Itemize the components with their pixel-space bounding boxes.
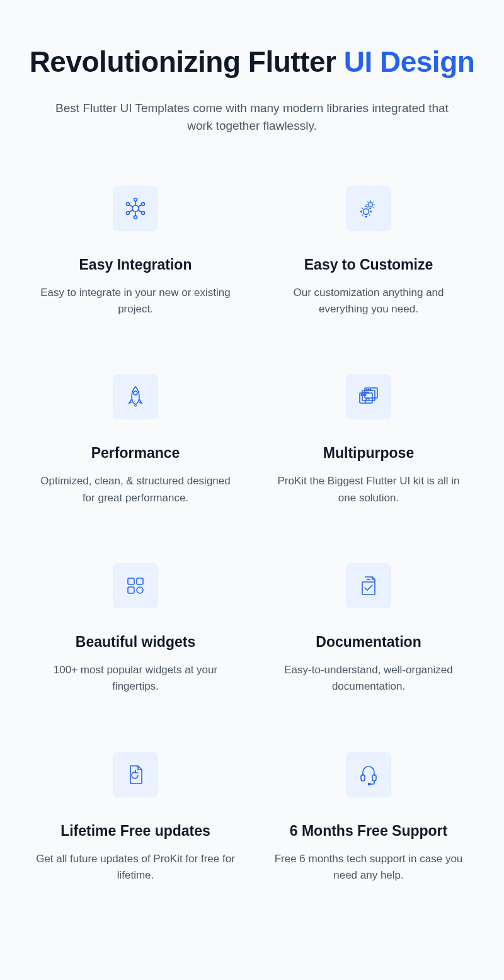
feature-title: Documentation bbox=[265, 634, 472, 651]
feature-card-performance: Performance Optimized, clean, & structur… bbox=[32, 374, 239, 506]
feature-desc: Get all future updates of ProKit for fre… bbox=[32, 851, 239, 884]
feature-card-customize: Easy to Customize Our customization anyt… bbox=[265, 186, 472, 318]
feature-title: Multipurpose bbox=[265, 445, 472, 462]
heading-title: Revolutionizing Flutter UI Design bbox=[25, 44, 479, 81]
svg-point-3 bbox=[127, 202, 130, 205]
feature-desc: Easy-to-understand, well-organized docum… bbox=[265, 662, 472, 695]
svg-line-12 bbox=[138, 210, 142, 212]
svg-point-6 bbox=[142, 211, 145, 214]
svg-point-13 bbox=[369, 202, 372, 206]
documentation-icon bbox=[346, 563, 391, 608]
svg-point-4 bbox=[142, 202, 145, 205]
page-heading: Revolutionizing Flutter UI Design bbox=[25, 44, 479, 81]
subtitle: Best Flutter UI Templates come with many… bbox=[50, 100, 454, 135]
svg-point-14 bbox=[364, 208, 369, 214]
svg-point-27 bbox=[365, 394, 366, 396]
feature-desc: 100+ most popular widgets at your finger… bbox=[32, 662, 239, 695]
feature-card-integration: Easy Integration Easy to integrate in yo… bbox=[32, 186, 239, 318]
svg-rect-29 bbox=[137, 578, 143, 584]
customize-icon bbox=[346, 186, 391, 231]
updates-icon bbox=[113, 752, 158, 797]
svg-point-25 bbox=[361, 394, 362, 396]
svg-point-0 bbox=[132, 205, 139, 212]
svg-point-15 bbox=[134, 391, 137, 395]
svg-point-1 bbox=[134, 198, 137, 201]
svg-point-36 bbox=[369, 783, 370, 785]
multipurpose-icon bbox=[346, 374, 391, 419]
feature-desc: Free 6 months tech support in case you n… bbox=[265, 851, 472, 884]
heading-accent: UI Design bbox=[344, 45, 475, 78]
svg-line-9 bbox=[129, 205, 133, 207]
features-grid: Easy Integration Easy to integrate in yo… bbox=[25, 186, 479, 884]
feature-card-widgets: Beautiful widgets 100+ most popular widg… bbox=[32, 563, 239, 695]
widgets-icon bbox=[113, 563, 158, 608]
feature-desc: Our customization anything and everythin… bbox=[265, 285, 472, 318]
feature-card-multipurpose: Multipurpose ProKit the Biggest Flutter … bbox=[265, 374, 472, 506]
feature-desc: Easy to integrate in your new or existin… bbox=[32, 285, 239, 318]
svg-rect-30 bbox=[128, 587, 134, 593]
svg-rect-28 bbox=[128, 578, 134, 584]
support-icon bbox=[346, 752, 391, 797]
svg-line-10 bbox=[138, 205, 142, 207]
feature-title: Lifetime Free updates bbox=[32, 823, 239, 840]
feature-card-documentation: Documentation Easy-to-understand, well-o… bbox=[265, 563, 472, 695]
feature-card-support: 6 Months Free Support Free 6 months tech… bbox=[265, 752, 472, 884]
feature-desc: ProKit the Biggest Flutter UI kit is all… bbox=[265, 473, 472, 506]
feature-card-updates: Lifetime Free updates Get all future upd… bbox=[32, 752, 239, 884]
heading-main: Revolutionizing Flutter bbox=[30, 45, 344, 78]
performance-icon bbox=[113, 374, 158, 419]
feature-title: 6 Months Free Support bbox=[265, 823, 472, 840]
feature-title: Easy Integration bbox=[32, 256, 239, 273]
feature-desc: Optimized, clean, & structured designed … bbox=[32, 473, 239, 506]
feature-title: Easy to Customize bbox=[265, 256, 472, 273]
feature-title: Performance bbox=[32, 445, 239, 462]
integration-icon bbox=[113, 186, 158, 231]
svg-line-11 bbox=[129, 210, 133, 212]
svg-point-26 bbox=[363, 394, 364, 396]
svg-point-5 bbox=[127, 211, 130, 214]
feature-title: Beautiful widgets bbox=[32, 634, 239, 651]
svg-point-2 bbox=[134, 215, 137, 219]
svg-point-31 bbox=[137, 587, 143, 593]
